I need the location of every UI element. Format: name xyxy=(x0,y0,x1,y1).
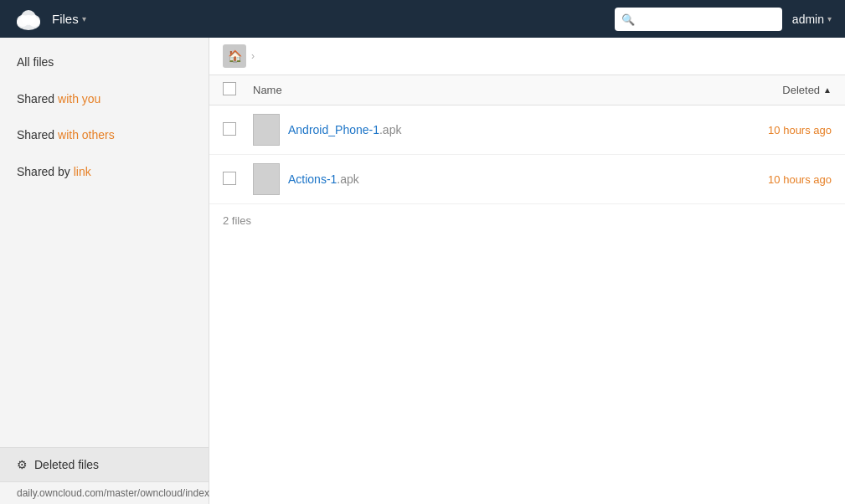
file-deleted-time: 10 hours ago xyxy=(681,173,832,186)
sidebar-label-deleted-files: Deleted files xyxy=(34,458,99,471)
file-count: 2 files xyxy=(209,204,845,237)
owncloud-logo xyxy=(13,4,44,34)
sort-arrow-icon: ▲ xyxy=(823,85,832,95)
file-ext: .apk xyxy=(379,123,401,136)
breadcrumb-separator: › xyxy=(251,50,255,62)
file-basename: Actions-1 xyxy=(288,172,337,186)
sidebar-label-all-files: All files xyxy=(17,55,54,69)
file-icon xyxy=(253,163,280,195)
select-all-checkbox[interactable] xyxy=(223,82,236,95)
row-checkbox[interactable] xyxy=(223,122,236,136)
admin-name: admin xyxy=(792,13,824,26)
deleted-files-icon: ⚙ xyxy=(17,458,28,471)
sidebar-label-shared-with-you-prefix: Shared xyxy=(17,92,58,105)
files-label: Files xyxy=(52,12,79,26)
sidebar-label-shared-by-link-highlight: link xyxy=(74,165,91,178)
header-checkbox-col xyxy=(223,82,253,98)
content-area: 🏠 › Name Deleted ▲ xyxy=(209,38,845,504)
search-wrapper: 🔍 xyxy=(615,8,782,31)
table-header: Name Deleted ▲ xyxy=(209,75,845,105)
file-name: Actions-1.apk xyxy=(288,172,681,186)
main-layout: All files Shared with you Shared with ot… xyxy=(0,38,845,504)
file-basename: Android_Phone-1 xyxy=(288,123,379,136)
sidebar-item-shared-with-you[interactable]: Shared with you xyxy=(0,81,209,118)
search-input[interactable] xyxy=(615,8,782,31)
file-deleted-time: 10 hours ago xyxy=(681,124,832,136)
table-row[interactable]: Actions-1.apk 10 hours ago xyxy=(209,155,845,204)
col-name-header[interactable]: Name xyxy=(253,84,681,96)
breadcrumb-bar: 🏠 › xyxy=(209,38,845,75)
svg-point-3 xyxy=(21,10,36,25)
sidebar-label-shared-with-others-highlight: with others xyxy=(58,128,115,141)
sidebar: All files Shared with you Shared with ot… xyxy=(0,38,209,504)
footer-url: daily.owncloud.com/master/owncloud/index… xyxy=(17,487,229,499)
sidebar-label-shared-with-others-prefix: Shared xyxy=(17,128,58,141)
sidebar-item-all-files[interactable]: All files xyxy=(0,44,209,81)
breadcrumb-home-button[interactable]: 🏠 xyxy=(223,44,246,68)
file-table: Name Deleted ▲ Android_Phone-1.apk 10 ho… xyxy=(209,75,845,504)
sidebar-item-shared-by-link[interactable]: Shared by link xyxy=(0,154,209,191)
admin-menu[interactable]: admin ▾ xyxy=(792,13,832,26)
row-checkbox-col xyxy=(223,122,253,138)
sidebar-item-shared-with-others[interactable]: Shared with others xyxy=(0,117,209,154)
file-icon xyxy=(253,114,280,146)
admin-dropdown-arrow: ▾ xyxy=(827,14,832,23)
sidebar-nav: All files Shared with you Shared with ot… xyxy=(0,38,209,447)
sidebar-footer: daily.owncloud.com/master/owncloud/index… xyxy=(0,481,209,504)
file-name: Android_Phone-1.apk xyxy=(288,123,681,136)
row-checkbox[interactable] xyxy=(223,172,236,185)
header-right: 🔍 admin ▾ xyxy=(615,8,832,31)
col-deleted-header[interactable]: Deleted ▲ xyxy=(681,84,832,96)
row-checkbox-col xyxy=(223,172,253,188)
files-dropdown-arrow: ▾ xyxy=(82,14,86,23)
sidebar-label-shared-by-link-prefix: Shared by xyxy=(17,165,74,178)
search-icon: 🔍 xyxy=(621,13,635,25)
file-ext: .apk xyxy=(337,172,358,186)
header: Files ▾ 🔍 admin ▾ xyxy=(0,0,845,38)
home-icon: 🏠 xyxy=(228,49,242,63)
sidebar-bottom: ⚙ Deleted files xyxy=(0,447,209,481)
files-menu[interactable]: Files ▾ xyxy=(52,12,86,26)
sidebar-item-deleted-files[interactable]: ⚙ Deleted files xyxy=(0,448,209,481)
header-left: Files ▾ xyxy=(13,4,86,34)
sidebar-label-shared-with-you-highlight: with you xyxy=(58,92,100,105)
table-row[interactable]: Android_Phone-1.apk 10 hours ago xyxy=(209,105,845,155)
